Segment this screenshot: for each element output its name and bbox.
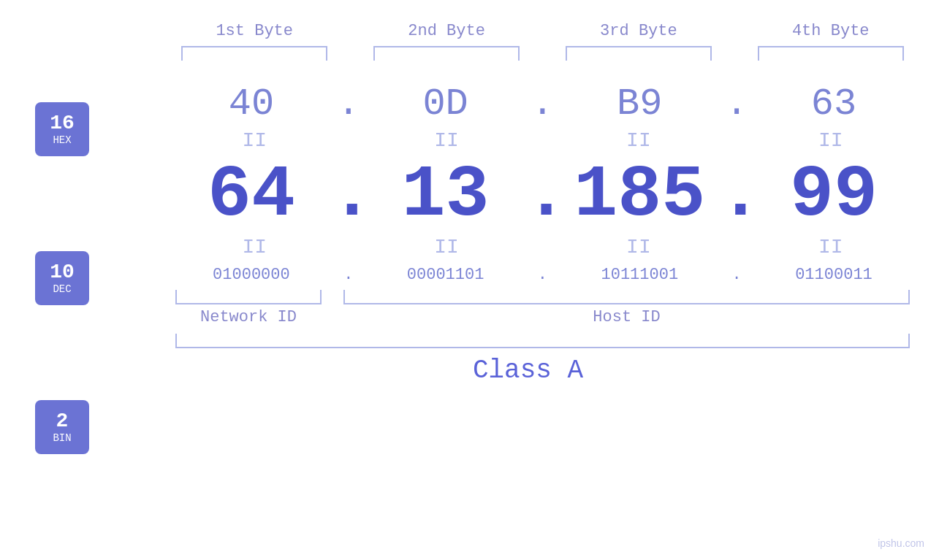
dec-badge: 10 DEC [35,251,89,305]
bin-badge: 2 BIN [35,400,89,454]
hex-badge-number: 16 [50,112,75,135]
equals-2-3: II [566,236,712,258]
equals-1-4: II [758,129,904,152]
watermark: ipshu.com [878,537,924,549]
hex-badge-label: HEX [53,134,71,146]
host-id-label: Host ID [343,308,910,326]
hex-value-2: 0D [373,83,519,126]
hex-badge: 16 HEX [35,102,89,156]
equals-2-1: II [181,236,327,258]
col-header-1: 1st Byte [181,22,327,40]
col-header-2: 2nd Byte [373,22,520,40]
equals-row-1: II II II II [175,129,910,152]
bracket-bottom-network [175,290,322,304]
dot-dec-1: . [330,159,367,232]
hex-value-1: 40 [178,83,324,126]
dot-hex-1: . [330,83,367,126]
dec-row: 64 . 13 . 185 . 99 [175,159,910,232]
bin-badge-label: BIN [53,432,71,444]
bracket-top-3 [566,46,712,61]
top-brackets [175,46,910,61]
bottom-brackets-row [175,290,910,304]
dec-value-2: 13 [373,159,519,232]
column-headers: 1st Byte 2nd Byte 3rd Byte 4th Byte [175,0,910,40]
col-header-4: 4th Byte [758,22,904,40]
bin-value-2: 00001101 [373,266,519,284]
bin-value-1: 01000000 [178,266,324,284]
hex-value-3: B9 [566,83,712,126]
equals-1-2: II [373,129,520,152]
badges-column: 16 HEX 10 DEC 2 BIN [35,102,89,454]
dot-hex-3: . [718,83,755,126]
bin-row: 01000000 . 00001101 . 10111001 . 0110001… [175,266,910,284]
class-bracket [175,334,910,348]
main-container: 16 HEX 10 DEC 2 BIN 1st Byte 2nd Byte 3r… [0,0,939,560]
bin-badge-number: 2 [56,410,69,433]
bracket-top-1 [181,46,327,61]
network-id-label: Network ID [175,308,322,326]
dec-value-1: 64 [178,159,324,232]
equals-row-2: II II II II [175,236,910,258]
dot-bin-3: . [718,266,755,284]
hex-row: 40 . 0D . B9 . 63 [175,83,910,126]
dot-dec-3: . [718,159,755,232]
class-label: Class A [132,356,924,386]
dec-badge-label: DEC [53,283,71,295]
bin-value-4: 01100011 [761,266,907,284]
col-header-3: 3rd Byte [566,22,712,40]
bracket-bottom-host [343,290,910,304]
equals-1-3: II [566,129,712,152]
dec-badge-number: 10 [50,261,75,284]
hex-value-4: 63 [761,83,907,126]
equals-2-2: II [373,236,520,258]
bracket-top-4 [758,46,904,61]
dot-bin-2: . [524,266,560,284]
dot-dec-2: . [524,159,560,232]
bracket-top-2 [373,46,520,61]
content-area: 1st Byte 2nd Byte 3rd Byte 4th Byte 40 .… [132,0,924,386]
dec-value-4: 99 [761,159,907,232]
dot-hex-2: . [524,83,560,126]
dot-bin-1: . [330,266,367,284]
bin-value-3: 10111001 [566,266,712,284]
equals-2-4: II [758,236,904,258]
dec-value-3: 185 [566,159,712,232]
id-labels-row: Network ID Host ID [175,308,910,326]
equals-1-1: II [181,129,327,152]
